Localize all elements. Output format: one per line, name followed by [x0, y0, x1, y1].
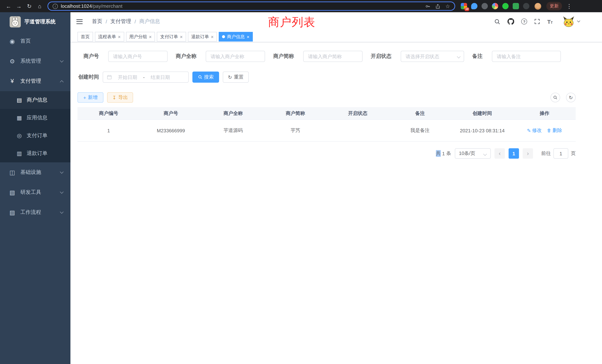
- full-name-input[interactable]: [206, 51, 265, 62]
- app-logo-row[interactable]: 芋道管理系统: [0, 12, 70, 31]
- sidebar-item-label: 系统管理: [20, 58, 41, 64]
- sidebar-item-label: 工作流程: [20, 209, 41, 216]
- remark-label: 备注: [472, 53, 483, 60]
- browser-toolbar: ← → ↻ ⌂ i localhost:1024/pay/merchant ☆ …: [0, 0, 602, 12]
- extension-puzzle-icon[interactable]: [523, 3, 529, 9]
- app-title: 芋道管理系统: [24, 18, 56, 25]
- sidebar-item-app-info[interactable]: ▦ 应用信息: [0, 109, 70, 127]
- trash-icon: [547, 128, 551, 133]
- search-button-label: 搜索: [204, 74, 214, 80]
- short-name-input[interactable]: [303, 51, 363, 62]
- start-date-input[interactable]: [113, 74, 142, 80]
- browser-profile-avatar[interactable]: [535, 3, 541, 10]
- cell-full-name: 芋道源码: [202, 127, 264, 134]
- date-range-picker[interactable]: -: [103, 72, 189, 83]
- delete-label: 删除: [552, 127, 562, 134]
- sidebar-item-label: 支付订单: [27, 132, 47, 139]
- merchant-no-input[interactable]: [108, 51, 168, 62]
- sidebar-item-system[interactable]: ⚙ 系统管理: [0, 51, 70, 71]
- tab-user-group[interactable]: 用户分组×: [126, 32, 155, 42]
- edit-link[interactable]: ✎修改: [527, 127, 542, 134]
- sidebar-item-label: 应用信息: [27, 115, 47, 121]
- reload-button[interactable]: ↻: [24, 1, 34, 11]
- close-icon[interactable]: ×: [149, 34, 152, 39]
- extension-blue-drop-icon[interactable]: [471, 3, 477, 9]
- user-avatar[interactable]: [562, 16, 580, 27]
- pikachu-avatar-icon: [562, 16, 575, 27]
- github-icon[interactable]: [508, 18, 514, 25]
- end-date-input[interactable]: [146, 74, 174, 80]
- url-bar[interactable]: i localhost:1024/pay/merchant ☆: [47, 1, 455, 11]
- close-icon[interactable]: ×: [211, 34, 214, 39]
- search-button[interactable]: 搜索: [192, 72, 219, 83]
- page-size-select[interactable]: 10条/页: [455, 148, 491, 159]
- help-icon[interactable]: ?: [521, 19, 527, 24]
- edit-label: 修改: [532, 127, 542, 134]
- tab-pay-order[interactable]: 支付订单×: [157, 32, 186, 42]
- breadcrumb-separator: /: [106, 19, 107, 24]
- total-suffix: 条: [446, 150, 451, 157]
- tab-label: 用户分组: [129, 33, 147, 40]
- sidebar-item-infra[interactable]: ◫ 基础设施: [0, 162, 70, 182]
- tab-process-form[interactable]: 流程表单×: [95, 32, 124, 42]
- share-icon[interactable]: [435, 3, 441, 9]
- add-button[interactable]: + 新增: [77, 92, 103, 103]
- tab-label: 流程表单: [98, 33, 116, 40]
- status-select-input[interactable]: [401, 51, 464, 62]
- cell-actions: ✎修改 删除: [513, 127, 576, 134]
- chrome-update-button[interactable]: 更新: [546, 2, 562, 10]
- forward-button[interactable]: →: [14, 1, 24, 11]
- breadcrumb-separator: /: [135, 19, 136, 24]
- key-icon[interactable]: [425, 3, 430, 9]
- tab-refund-order[interactable]: 退款订单×: [188, 32, 217, 42]
- tab-home[interactable]: 首页: [77, 32, 93, 42]
- fullscreen-icon[interactable]: [534, 19, 540, 24]
- sidebar-item-payment[interactable]: ¥ 支付管理: [0, 71, 70, 91]
- close-icon[interactable]: ×: [247, 34, 249, 39]
- refresh-table-button[interactable]: ↻: [566, 93, 576, 102]
- header-cell: 开启状态: [327, 110, 389, 117]
- export-button[interactable]: ↧ 导出: [107, 92, 133, 103]
- remark-input[interactable]: [492, 51, 561, 62]
- sidebar-item-workflow[interactable]: ▨ 工作流程: [0, 202, 70, 222]
- font-size-icon[interactable]: TT: [547, 19, 553, 24]
- toolbox-icon: ▧: [8, 189, 16, 196]
- table-header-row: 商户编号 商户号 商户全称 商户简称 开启状态 备注 创建时间 操作: [77, 107, 576, 119]
- goto-page-input[interactable]: [553, 148, 568, 159]
- sidebar-item-pay-order[interactable]: ◎ 支付订单: [0, 127, 70, 145]
- cell-remark: 我是备注: [389, 127, 451, 134]
- create-time-label: 创建时间: [77, 74, 99, 80]
- prev-page-button[interactable]: ‹: [494, 148, 505, 159]
- extension-dark-icon[interactable]: [482, 3, 488, 9]
- close-icon[interactable]: ×: [118, 34, 121, 39]
- close-icon[interactable]: ×: [180, 34, 183, 39]
- url-host: localhost:1024: [61, 3, 92, 9]
- reset-button[interactable]: ↻ 重置: [223, 72, 249, 83]
- site-info-icon[interactable]: i: [53, 3, 58, 9]
- breadcrumb-payment[interactable]: 支付管理: [110, 18, 131, 25]
- sidebar-item-refund-order[interactable]: ▥ 退款订单: [0, 145, 70, 162]
- tab-merchant-info[interactable]: 商户信息×: [219, 32, 253, 42]
- search-icon[interactable]: [494, 18, 501, 25]
- gear-icon: ⚙: [8, 58, 16, 65]
- hamburger-icon[interactable]: [76, 19, 83, 24]
- sidebar-item-devtools[interactable]: ▧ 研发工具: [0, 182, 70, 202]
- bookmark-star-icon[interactable]: ☆: [445, 3, 450, 9]
- extension-rainbow-icon[interactable]: [492, 3, 498, 9]
- total-prefix: 共: [436, 150, 441, 157]
- page-1-button[interactable]: 1: [509, 148, 519, 159]
- breadcrumb-home[interactable]: 首页: [92, 18, 102, 25]
- sidebar-item-home[interactable]: ◉ 首页: [0, 31, 70, 51]
- extension-colorful-icon[interactable]: 10: [461, 3, 467, 9]
- extension-green-square-icon[interactable]: [513, 3, 519, 9]
- browser-menu-icon[interactable]: ⋮: [565, 3, 573, 10]
- home-button[interactable]: ⌂: [35, 1, 44, 11]
- status-select[interactable]: [401, 51, 464, 62]
- breadcrumb: 首页 / 支付管理 / 商户信息: [92, 18, 160, 25]
- delete-link[interactable]: 删除: [547, 127, 562, 134]
- next-page-button[interactable]: ›: [523, 148, 533, 159]
- extension-green-circle-icon[interactable]: [502, 3, 509, 9]
- sidebar-item-merchant-info[interactable]: ▤ 商户信息: [0, 91, 70, 109]
- toggle-search-button[interactable]: [550, 93, 560, 102]
- back-button[interactable]: ←: [4, 1, 13, 11]
